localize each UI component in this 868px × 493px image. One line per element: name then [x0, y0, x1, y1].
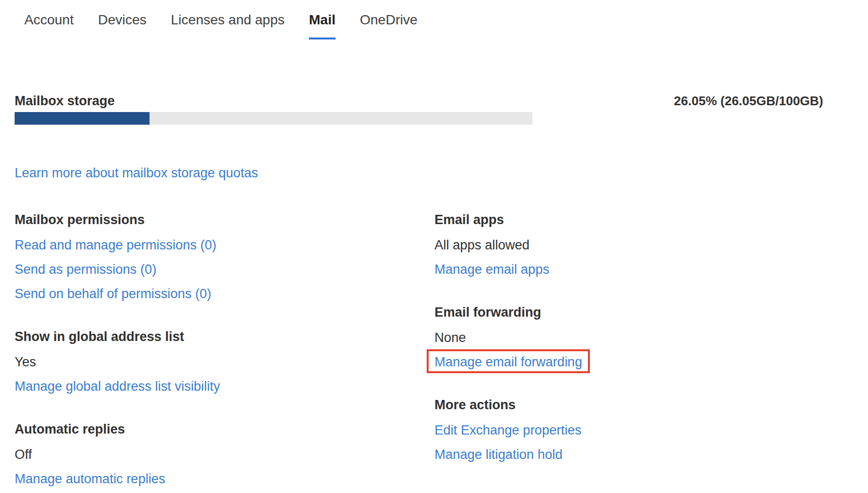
section-automatic-replies: Automatic replies Off Manage automatic r…: [15, 422, 375, 486]
manage-email-forwarding-link[interactable]: Manage email forwarding: [434, 355, 582, 369]
send-on-behalf-permissions-link[interactable]: Send on behalf of permissions (0): [15, 286, 211, 301]
section-heading: Automatic replies: [15, 422, 375, 436]
mailbox-storage-header: Mailbox storage 26.05% (26.05GB/100GB): [15, 94, 823, 108]
section-email-apps: Email apps All apps allowed Manage email…: [434, 212, 795, 277]
mail-settings-left-column: Mailbox permissions Read and manage perm…: [15, 212, 375, 493]
red-annotation-box: Manage email forwarding: [434, 355, 582, 369]
email-apps-value: All apps allowed: [434, 238, 795, 252]
mailbox-storage-title: Mailbox storage: [15, 94, 115, 108]
manage-litigation-hold-link[interactable]: Manage litigation hold: [434, 447, 563, 462]
manage-automatic-replies-link[interactable]: Manage automatic replies: [15, 472, 165, 486]
tab-mail[interactable]: Mail: [309, 12, 335, 39]
section-heading: Email forwarding: [434, 305, 795, 320]
automatic-replies-value: Off: [15, 447, 375, 462]
global-address-list-value: Yes: [15, 355, 375, 369]
mailbox-storage-progressbar: [15, 112, 532, 125]
learn-more-mailbox-storage-quotas-link[interactable]: Learn more about mailbox storage quotas: [15, 166, 258, 180]
section-heading: More actions: [434, 398, 795, 412]
detail-tabbar: Account Devices Licenses and apps Mail O…: [24, 12, 417, 39]
send-as-permissions-link[interactable]: Send as permissions (0): [15, 262, 156, 277]
mail-settings-right-column: Email apps All apps allowed Manage email…: [434, 212, 795, 490]
manage-global-address-list-visibility-link[interactable]: Manage global address list visibility: [15, 379, 220, 394]
section-heading: Email apps: [434, 212, 795, 227]
mailbox-storage-progress-fill: [15, 112, 150, 125]
mailbox-storage-usage: 26.05% (26.05GB/100GB): [674, 94, 823, 108]
tab-licenses-and-apps[interactable]: Licenses and apps: [171, 12, 285, 39]
tab-account[interactable]: Account: [24, 12, 74, 39]
tab-devices[interactable]: Devices: [98, 12, 147, 39]
section-heading: Show in global address list: [15, 329, 375, 344]
section-email-forwarding: Email forwarding None Manage email forwa…: [434, 305, 795, 369]
section-show-in-global-address-list: Show in global address list Yes Manage g…: [15, 329, 375, 394]
email-forwarding-value: None: [434, 330, 795, 345]
tab-onedrive[interactable]: OneDrive: [360, 12, 417, 39]
read-and-manage-permissions-link[interactable]: Read and manage permissions (0): [15, 238, 216, 252]
section-heading: Mailbox permissions: [15, 212, 375, 227]
section-more-actions: More actions Edit Exchange properties Ma…: [434, 398, 795, 462]
manage-email-apps-link[interactable]: Manage email apps: [434, 262, 549, 277]
section-mailbox-permissions: Mailbox permissions Read and manage perm…: [15, 212, 375, 301]
edit-exchange-properties-link[interactable]: Edit Exchange properties: [434, 423, 582, 437]
